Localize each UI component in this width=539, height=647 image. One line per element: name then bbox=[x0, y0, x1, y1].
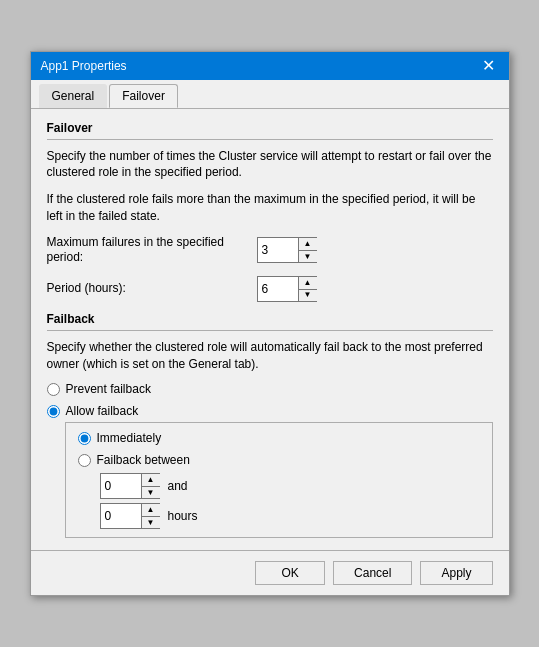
failover-section-header: Failover bbox=[47, 121, 493, 135]
period-down-button[interactable]: ▼ bbox=[299, 289, 317, 301]
allow-failback-row[interactable]: Allow failback bbox=[47, 404, 493, 418]
and-label: and bbox=[168, 479, 188, 493]
failback-from-down-button[interactable]: ▼ bbox=[142, 486, 160, 498]
failback-from-up-button[interactable]: ▲ bbox=[142, 474, 160, 486]
period-spinner[interactable]: ▲ ▼ bbox=[257, 276, 317, 302]
failback-section-header: Failback bbox=[47, 312, 493, 326]
max-failures-row: Maximum failures in the specified period… bbox=[47, 235, 493, 266]
dialog-footer: OK Cancel Apply bbox=[31, 550, 509, 595]
failback-to-buttons: ▲ ▼ bbox=[141, 504, 160, 528]
failback-to-spinner[interactable]: ▲ ▼ bbox=[100, 503, 160, 529]
prevent-failback-radio[interactable] bbox=[47, 383, 60, 396]
immediately-label[interactable]: Immediately bbox=[97, 431, 162, 445]
failover-description1: Specify the number of times the Cluster … bbox=[47, 148, 493, 182]
failback-section: Failback Specify whether the clustered r… bbox=[47, 312, 493, 539]
failback-description: Specify whether the clustered role will … bbox=[47, 339, 493, 373]
prevent-failback-label[interactable]: Prevent failback bbox=[66, 382, 151, 396]
ok-button[interactable]: OK bbox=[255, 561, 325, 585]
max-failures-label: Maximum failures in the specified period… bbox=[47, 235, 257, 266]
app-properties-dialog: App1 Properties ✕ General Failover Failo… bbox=[30, 51, 510, 597]
title-bar: App1 Properties ✕ bbox=[31, 52, 509, 80]
max-failures-up-button[interactable]: ▲ bbox=[299, 238, 317, 250]
max-failures-down-button[interactable]: ▼ bbox=[299, 250, 317, 262]
period-spinner-buttons: ▲ ▼ bbox=[298, 277, 317, 301]
failover-divider bbox=[47, 139, 493, 140]
max-failures-spinner[interactable]: ▲ ▼ bbox=[257, 237, 317, 263]
failback-from-input[interactable] bbox=[101, 477, 141, 495]
tab-general[interactable]: General bbox=[39, 84, 108, 108]
failback-between-label[interactable]: Failback between bbox=[97, 453, 190, 467]
period-row: Period (hours): ▲ ▼ bbox=[47, 276, 493, 302]
failover-description2: If the clustered role fails more than th… bbox=[47, 191, 493, 225]
failback-to-row: ▲ ▼ hours bbox=[100, 503, 480, 529]
tab-bar: General Failover bbox=[31, 80, 509, 109]
tab-failover[interactable]: Failover bbox=[109, 84, 178, 108]
allow-failback-box: Immediately Failback between ▲ ▼ a bbox=[65, 422, 493, 538]
failback-between-inputs: ▲ ▼ and bbox=[100, 473, 480, 499]
failback-between-radio[interactable] bbox=[78, 454, 91, 467]
allow-failback-radio[interactable] bbox=[47, 405, 60, 418]
dialog-title: App1 Properties bbox=[41, 59, 127, 73]
failback-from-buttons: ▲ ▼ bbox=[141, 474, 160, 498]
apply-button[interactable]: Apply bbox=[420, 561, 492, 585]
failback-to-down-button[interactable]: ▼ bbox=[142, 516, 160, 528]
max-failures-input[interactable] bbox=[258, 241, 298, 259]
cancel-button[interactable]: Cancel bbox=[333, 561, 412, 585]
period-label: Period (hours): bbox=[47, 281, 257, 297]
max-failures-spinner-buttons: ▲ ▼ bbox=[298, 238, 317, 262]
close-button[interactable]: ✕ bbox=[478, 58, 499, 74]
failback-from-spinner[interactable]: ▲ ▼ bbox=[100, 473, 160, 499]
failback-divider bbox=[47, 330, 493, 331]
failback-to-input[interactable] bbox=[101, 507, 141, 525]
allow-failback-label[interactable]: Allow failback bbox=[66, 404, 139, 418]
failback-to-up-button[interactable]: ▲ bbox=[142, 504, 160, 516]
failback-between-row[interactable]: Failback between bbox=[78, 453, 480, 467]
hours-label: hours bbox=[168, 509, 198, 523]
dialog-content: Failover Specify the number of times the… bbox=[31, 109, 509, 551]
immediately-radio[interactable] bbox=[78, 432, 91, 445]
immediately-row[interactable]: Immediately bbox=[78, 431, 480, 445]
period-up-button[interactable]: ▲ bbox=[299, 277, 317, 289]
prevent-failback-row[interactable]: Prevent failback bbox=[47, 382, 493, 396]
period-input[interactable] bbox=[258, 280, 298, 298]
